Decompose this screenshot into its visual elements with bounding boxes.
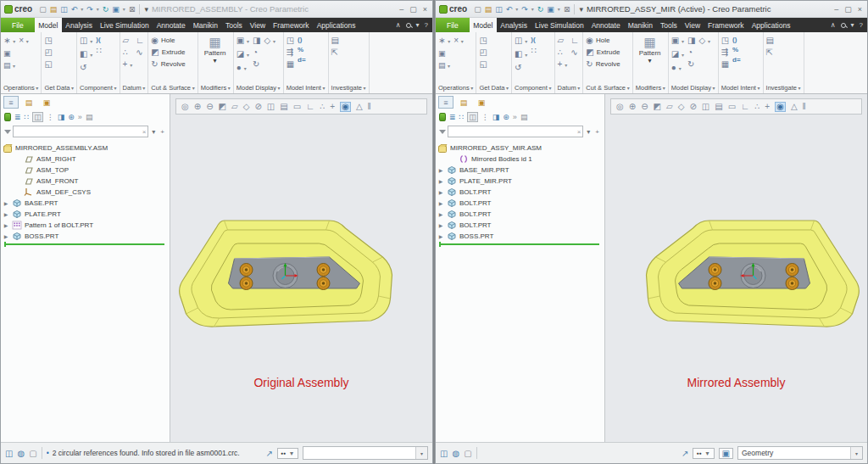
command-search-icon[interactable] [406, 23, 411, 28]
mirror-component-button[interactable]: )( [531, 36, 536, 43]
tree-item[interactable]: ASM_DEF_CSYS [3, 187, 168, 198]
assembly-model-mirrored[interactable] [611, 203, 861, 363]
tab-framework[interactable]: Framework [704, 18, 748, 32]
point-display-icon[interactable]: ∴ [320, 103, 325, 111]
tree-report-icon[interactable]: ▤ [520, 113, 528, 121]
close-button[interactable]: × [858, 5, 862, 14]
window-switch-icon[interactable]: ▣ [547, 5, 554, 14]
zoom-out-icon[interactable]: ⊖ [641, 103, 648, 111]
add-filter-icon[interactable]: + [159, 128, 166, 136]
relations-button[interactable]: d= [298, 56, 306, 64]
create-component-button[interactable]: ◧ ▾ [515, 49, 527, 60]
datum-point-button[interactable]: ∴ [123, 48, 133, 57]
save-icon[interactable]: ◫ [60, 5, 68, 14]
title-bar[interactable]: creo ▢ ▤ ◫ ↶▾ ↷▾ ↻ ▣▾ ⊠ ▾ MIRRORED_ASSEM… [1, 1, 432, 18]
extrude-button[interactable]: ◩Extrude [151, 48, 185, 57]
assemble-button[interactable]: ◫ ▾ [515, 36, 527, 47]
repaint-icon[interactable]: ◩ [219, 103, 226, 111]
datum-axis-button[interactable]: ∟ [136, 36, 144, 45]
undo-caret-icon[interactable]: ▾ [515, 6, 518, 12]
tree-item[interactable]: ▶BOLT.PRT [437, 187, 603, 198]
datum-plane-button[interactable]: ▱ [558, 36, 568, 45]
help-icon[interactable]: ? [860, 21, 863, 29]
zoom-in-icon[interactable]: ⊕ [194, 103, 201, 111]
paste-button[interactable]: ▤ ▾ [438, 61, 450, 71]
display-style-icon[interactable]: ◇ [243, 103, 250, 111]
tree-item[interactable]: ▶BOSS.PRT [3, 231, 168, 242]
appearance-button[interactable]: ◨ [253, 36, 260, 45]
tree-item[interactable]: ASM_RIGHT [3, 154, 168, 165]
datum-axis-button[interactable]: ∟ [570, 36, 579, 45]
clear-search-icon[interactable]: × [142, 128, 147, 136]
collapse-all-icon[interactable]: ∷ [25, 113, 30, 121]
tab-tools[interactable]: Tools [656, 18, 681, 32]
expand-all-icon[interactable]: ≣ [14, 113, 21, 121]
group-label-get-data[interactable]: Get Data [479, 82, 509, 93]
delete-button[interactable]: × ▾ [453, 36, 464, 47]
tab-analysis[interactable]: Analysis [62, 18, 97, 32]
fullscreen-icon[interactable]: ▢ [29, 449, 36, 458]
search-options-caret-icon[interactable]: ▾ [585, 128, 592, 136]
shade-button[interactable]: ● ▾ [671, 63, 684, 74]
datum-point-button[interactable]: ∴ [558, 48, 568, 57]
sync-icon[interactable]: ▾ [851, 21, 854, 29]
group-label-operations[interactable]: Operations [438, 82, 473, 93]
tree-panel-toggle-icon[interactable]: ◫ [440, 449, 448, 458]
find-caret-icon[interactable]: ▾ [704, 450, 711, 457]
sync-icon[interactable]: ▾ [416, 21, 420, 29]
display-style-icon[interactable]: ◇ [678, 103, 685, 111]
tab-annotate[interactable]: Annotate [153, 18, 189, 32]
zoom-out-icon[interactable]: ⊖ [206, 103, 213, 111]
publish-geometry-button[interactable]: ◳ [721, 36, 729, 45]
open-icon[interactable]: ▤ [50, 5, 58, 14]
tree-item[interactable]: ▶BOSS.PRT [437, 231, 603, 242]
tab-file[interactable]: File [1, 18, 35, 32]
tab-model[interactable]: Model [35, 18, 62, 32]
reference-viewer-button[interactable]: ▤ [331, 36, 339, 45]
collapse-ribbon-icon[interactable]: ∧ [831, 21, 836, 29]
favorites-tab-icon[interactable]: ▣ [474, 96, 489, 109]
axis-display-icon[interactable]: ∟ [741, 103, 749, 111]
pause-icon[interactable]: ‖ [803, 103, 806, 111]
group-label-component[interactable]: Component [515, 82, 551, 93]
design-tree-icon[interactable]: ◨ [58, 113, 65, 121]
more-tools-icon[interactable]: » [78, 113, 82, 121]
mirror-component-button[interactable]: )( [96, 36, 101, 43]
group-label-investigate[interactable]: Investigate [331, 82, 366, 93]
browser-toggle-icon[interactable]: ◍ [17, 449, 25, 458]
appearance-button[interactable]: ◨ [687, 36, 695, 45]
tree-item[interactable]: ASM_FRONT [3, 176, 168, 187]
tab-file[interactable]: File [436, 18, 470, 32]
pattern-button[interactable]: ▦ Pattern ▾ [201, 34, 230, 66]
tree-settings-icon[interactable]: ⊛ [503, 113, 509, 121]
tab-live-simulation[interactable]: Live Simulation [531, 18, 588, 32]
get-data-button[interactable]: ◰ [44, 48, 52, 57]
find-tool[interactable]: ●● ▾ [277, 448, 298, 459]
assembly-model[interactable] [176, 203, 426, 363]
display-style-button[interactable]: ◇ ▾ [699, 36, 711, 47]
window-caret-icon[interactable]: ▾ [123, 6, 125, 12]
fullscreen-icon[interactable]: ▢ [464, 449, 471, 458]
tab-view[interactable]: View [246, 18, 269, 32]
more-tools-icon[interactable]: » [513, 113, 517, 121]
csys-display-icon[interactable]: + [765, 103, 770, 111]
expander-icon[interactable]: ▶ [3, 200, 9, 206]
spin-button[interactable]: ↻ [687, 59, 695, 69]
regenerate-button[interactable]: ∗ ▾ [3, 36, 15, 47]
scenes-button[interactable]: ▣ ▾ [671, 36, 684, 47]
section-button[interactable]: ◪ ▾ [671, 49, 684, 60]
spin-button[interactable]: ↻ [253, 59, 260, 69]
switch-symbols-button[interactable]: % [732, 46, 741, 53]
tree-item[interactable]: ▶BOLT.PRT [437, 220, 603, 231]
tree-item[interactable]: ▶PLATE_MIR.PRT [437, 176, 603, 187]
datum-csys-button[interactable]: + ▾ [123, 59, 133, 70]
zoom-in-icon[interactable]: ⊕ [629, 103, 636, 111]
graphics-area[interactable]: ◎ ⊕ ⊖ ◩ ▱ ◇ ⊘ ◫ ▤ ▭ ∟ ∴ + ◉ △ ‖ [605, 94, 867, 442]
user-defined-feature-button[interactable]: ◱ [44, 59, 52, 69]
design-tree-icon[interactable]: ◨ [492, 113, 500, 121]
sketch-button[interactable]: ∿ [136, 48, 144, 57]
model-tree-tab-icon[interactable]: ≡ [3, 96, 19, 109]
maximize-button[interactable]: ▢ [844, 5, 852, 14]
geometry-checks-button[interactable]: ⇱ [766, 48, 774, 57]
undo-caret-icon[interactable]: ▾ [81, 6, 83, 12]
